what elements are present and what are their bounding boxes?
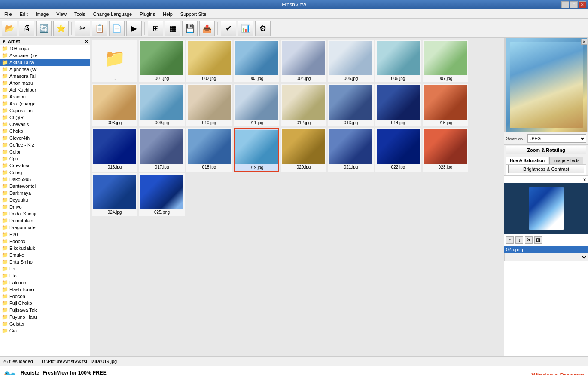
sidebar-item[interactable]: 📁Dmyo	[0, 203, 90, 210]
menu-support-site[interactable]: Support Site	[178, 11, 209, 18]
print-button[interactable]: 🖨	[19, 21, 34, 36]
sidebar-item[interactable]: 📁Anonimasu	[0, 80, 90, 86]
sidebar-item[interactable]: 📁Eto	[0, 272, 90, 279]
tab-hue-saturation[interactable]: Hue & Saturation	[506, 157, 548, 164]
nav-up-button[interactable]: ↑	[506, 236, 514, 244]
right-dropdown[interactable]	[504, 253, 588, 261]
sidebar-item[interactable]: 📁Enta Shiho	[0, 258, 90, 265]
sidebar-item[interactable]: 📁Amasora Tai	[0, 73, 90, 80]
check-button[interactable]: ✔	[221, 21, 236, 36]
sidebar-item[interactable]: 📁108tooya	[0, 45, 90, 52]
sidebar-item[interactable]: 📁Capura Lin	[0, 107, 90, 114]
nav-expand-button[interactable]: ⊞	[534, 236, 542, 244]
thumbnail-item[interactable]: 010.jpg	[186, 84, 232, 126]
menu-view[interactable]: View	[54, 11, 69, 18]
nav-down-button[interactable]: ↓	[515, 236, 523, 244]
sidebar-item[interactable]: 📁Geister	[0, 320, 90, 327]
sidebar-item[interactable]: 📁Dako6995	[0, 176, 90, 183]
thumbnail-item[interactable]: 020.jpg	[281, 128, 326, 172]
sidebar-item[interactable]: 📁Aro_(charge	[0, 100, 90, 107]
sidebar-item[interactable]: 📁Falcoon	[0, 279, 90, 286]
sidebar-item[interactable]: 📁Dantewontdi	[0, 183, 90, 190]
close-button[interactable]: ✕	[579, 1, 586, 8]
sidebar-item[interactable]: 📁Foocon	[0, 293, 90, 300]
thumbnail-item[interactable]: 004.jpg	[281, 40, 326, 82]
menu-edit[interactable]: Edit	[17, 11, 30, 18]
sidebar-item[interactable]: 📁Coffee - Kiz	[0, 141, 90, 148]
chart-button[interactable]: 📊	[238, 21, 253, 36]
refresh-button[interactable]: 🔄	[36, 21, 52, 36]
sidebar-item[interactable]: 📁Fuyuno Haru	[0, 314, 90, 320]
thumbnail-item[interactable]: 011.jpg	[234, 84, 279, 126]
zoom-rotating-button[interactable]: Zoom & Rotating	[506, 146, 586, 154]
sidebar-item[interactable]: 📁Akabane_(ze	[0, 52, 90, 59]
sidebar-item[interactable]: 📁E20	[0, 231, 90, 238]
minimize-button[interactable]: —	[561, 1, 569, 8]
thumbnail-item[interactable]: 📁..	[92, 40, 137, 82]
sidebar-item[interactable]: 📁Color	[0, 148, 90, 155]
menu-change-language[interactable]: Change Language	[91, 11, 135, 18]
sidebar-item[interactable]: 📁Cpu	[0, 155, 90, 162]
brightness-button[interactable]: Brightness & Contrast	[508, 165, 584, 173]
thumbnail-item[interactable]: 012.jpg	[281, 84, 326, 126]
sidebar-item[interactable]: 📁Dragonmate	[0, 224, 90, 231]
favorite-button[interactable]: ⭐	[53, 21, 69, 36]
thumbnail-item[interactable]: 006.jpg	[375, 40, 421, 82]
right-scroll-area[interactable]	[504, 253, 588, 261]
sidebar-item[interactable]: 📁Akitsu Taira	[0, 59, 90, 66]
sidebar-item[interactable]: 📁Cuteg	[0, 169, 90, 176]
thumbnail-item[interactable]: 022.jpg	[375, 128, 421, 172]
right-panel-close-button[interactable]: ✕	[583, 178, 586, 182]
thumbnail-item[interactable]: 013.jpg	[328, 84, 374, 126]
thumbnail-item[interactable]: 003.jpg	[234, 40, 279, 82]
thumbnail-item[interactable]: 023.jpg	[423, 128, 468, 172]
sidebar-close-button[interactable]: ✕	[85, 39, 88, 44]
sidebar-item[interactable]: 📁Edobox	[0, 238, 90, 245]
sidebar-item[interactable]: 📁Eikokudaiuk	[0, 245, 90, 252]
copy-button[interactable]: 📋	[92, 21, 107, 36]
maximize-button[interactable]: □	[570, 1, 578, 8]
thumbnail-item[interactable]: 025.png	[139, 173, 185, 216]
export-button[interactable]: 📤	[199, 21, 215, 36]
menu-plugins[interactable]: Plugins	[137, 11, 158, 18]
sidebar-item[interactable]: 📁Alphonse (W	[0, 66, 90, 73]
save-as-dropdown[interactable]: JPEG PNG BMP	[527, 134, 586, 143]
preview-close-button[interactable]: ✕	[581, 39, 587, 45]
thumbnail-area[interactable]: 📁..001.jpg002.jpg003.jpg004.jpg005.jpg00…	[90, 38, 504, 356]
tab-image-effects[interactable]: Image Effects	[549, 157, 583, 164]
nav-close-button[interactable]: ✕	[525, 236, 533, 244]
sidebar-item[interactable]: 📁Flash Tomo	[0, 286, 90, 293]
thumbnail-button[interactable]: ⊞	[148, 21, 163, 36]
thumbnail-item[interactable]: 001.jpg	[139, 40, 185, 82]
sidebar-item[interactable]: 📁Deyuuku	[0, 197, 90, 203]
menu-help[interactable]: Help	[160, 11, 175, 18]
sidebar-item[interactable]: 📁Arainou	[0, 93, 90, 100]
menu-tools[interactable]: Tools	[72, 11, 88, 18]
paste-button[interactable]: 📄	[109, 21, 125, 36]
thumbnail-item[interactable]: 009.jpg	[139, 84, 185, 126]
thumbnail-item[interactable]: 007.jpg	[423, 40, 468, 82]
tree-expand-icon[interactable]: ▼	[2, 39, 6, 44]
sidebar-item[interactable]: 📁Eri	[0, 265, 90, 272]
open-folder-button[interactable]: 📂	[2, 21, 17, 36]
thumbnail-item[interactable]: 015.jpg	[423, 84, 468, 126]
thumbnail-item[interactable]: 024.jpg	[92, 173, 137, 216]
sidebar-item[interactable]: 📁Emuke	[0, 252, 90, 258]
thumbnail-item[interactable]: 021.jpg	[328, 128, 374, 172]
sidebar-item[interactable]: 📁Ch@R	[0, 114, 90, 121]
settings-button[interactable]: ⚙	[255, 21, 271, 36]
menu-image[interactable]: Image	[33, 11, 52, 18]
sidebar-item[interactable]: 📁Aoi Kuchibur	[0, 86, 90, 93]
menu-file[interactable]: File	[2, 11, 15, 18]
thumbnail-item[interactable]: 008.jpg	[92, 84, 137, 126]
save-button[interactable]: 💾	[182, 21, 198, 36]
thumbnail-item[interactable]: 018.jpg	[186, 128, 232, 172]
sidebar-item[interactable]: 📁Darkmaya	[0, 190, 90, 197]
thumbnail-item[interactable]: 016.jpg	[92, 128, 137, 172]
sidebar-item[interactable]: 📁Fuji Choko	[0, 300, 90, 307]
sidebar-item[interactable]: 📁Fujisawa Tak	[0, 307, 90, 314]
forward-button[interactable]: ▶	[126, 21, 142, 36]
thumbnail-item[interactable]: 014.jpg	[375, 84, 421, 126]
thumbnail-item[interactable]: 019.jpg	[234, 128, 279, 172]
grid-button[interactable]: ▦	[165, 21, 180, 36]
